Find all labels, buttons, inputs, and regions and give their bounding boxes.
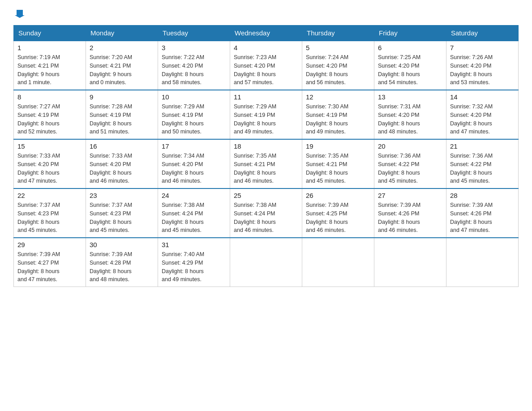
week-row-3: 15Sunrise: 7:33 AMSunset: 4:20 PMDayligh…: [14, 139, 519, 188]
day-number: 27: [378, 192, 442, 199]
day-info: Sunrise: 7:38 AMSunset: 4:24 PMDaylight:…: [162, 201, 226, 235]
day-info: Sunrise: 7:39 AMSunset: 4:26 PMDaylight:…: [450, 201, 515, 235]
calendar-cell: 28Sunrise: 7:39 AMSunset: 4:26 PMDayligh…: [446, 188, 519, 238]
weekday-header-saturday: Saturday: [446, 26, 519, 41]
calendar-cell: 11Sunrise: 7:29 AMSunset: 4:19 PMDayligh…: [230, 90, 302, 139]
calendar-cell: [374, 238, 446, 287]
day-number: 14: [450, 93, 515, 101]
day-info: Sunrise: 7:40 AMSunset: 4:29 PMDaylight:…: [162, 250, 226, 284]
calendar-table: SundayMondayTuesdayWednesdayThursdayFrid…: [13, 25, 519, 287]
day-number: 29: [17, 241, 82, 248]
day-info: Sunrise: 7:36 AMSunset: 4:22 PMDaylight:…: [450, 152, 515, 185]
calendar-cell: 27Sunrise: 7:39 AMSunset: 4:26 PMDayligh…: [374, 188, 446, 238]
weekday-header-row: SundayMondayTuesdayWednesdayThursdayFrid…: [14, 26, 519, 41]
calendar-cell: [302, 238, 374, 287]
day-number: 16: [90, 142, 154, 150]
day-info: Sunrise: 7:26 AMSunset: 4:20 PMDaylight:…: [450, 53, 515, 87]
calendar-cell: 3Sunrise: 7:22 AMSunset: 4:20 PMDaylight…: [158, 41, 230, 90]
calendar-cell: 23Sunrise: 7:37 AMSunset: 4:23 PMDayligh…: [86, 188, 158, 238]
week-row-4: 22Sunrise: 7:37 AMSunset: 4:23 PMDayligh…: [14, 188, 519, 238]
day-info: Sunrise: 7:31 AMSunset: 4:20 PMDaylight:…: [378, 103, 442, 136]
day-info: Sunrise: 7:33 AMSunset: 4:20 PMDaylight:…: [90, 152, 154, 185]
calendar-cell: 6Sunrise: 7:25 AMSunset: 4:20 PMDaylight…: [374, 41, 446, 90]
calendar-cell: 15Sunrise: 7:33 AMSunset: 4:20 PMDayligh…: [14, 139, 86, 188]
calendar-cell: 10Sunrise: 7:29 AMSunset: 4:19 PMDayligh…: [158, 90, 230, 139]
day-number: 18: [234, 142, 298, 150]
calendar-cell: 29Sunrise: 7:39 AMSunset: 4:27 PMDayligh…: [14, 238, 86, 287]
day-number: 13: [378, 93, 442, 101]
week-row-2: 8Sunrise: 7:27 AMSunset: 4:19 PMDaylight…: [14, 90, 519, 139]
day-number: 5: [306, 44, 370, 51]
day-info: Sunrise: 7:29 AMSunset: 4:19 PMDaylight:…: [234, 103, 298, 136]
svg-marker-0: [15, 10, 25, 18]
calendar-cell: 5Sunrise: 7:24 AMSunset: 4:20 PMDaylight…: [302, 41, 374, 90]
day-number: 3: [162, 44, 226, 51]
day-info: Sunrise: 7:29 AMSunset: 4:19 PMDaylight:…: [162, 103, 226, 136]
day-number: 19: [306, 142, 370, 150]
day-info: Sunrise: 7:27 AMSunset: 4:19 PMDaylight:…: [17, 103, 82, 136]
calendar-cell: 8Sunrise: 7:27 AMSunset: 4:19 PMDaylight…: [14, 90, 86, 139]
calendar-cell: 20Sunrise: 7:36 AMSunset: 4:22 PMDayligh…: [374, 139, 446, 188]
day-number: 15: [17, 142, 82, 150]
calendar-cell: 21Sunrise: 7:36 AMSunset: 4:22 PMDayligh…: [446, 139, 519, 188]
calendar-cell: 26Sunrise: 7:39 AMSunset: 4:25 PMDayligh…: [302, 188, 374, 238]
day-number: 10: [162, 93, 226, 101]
day-number: 26: [306, 192, 370, 199]
day-number: 11: [234, 93, 298, 101]
day-number: 4: [234, 44, 298, 51]
calendar-cell: 2Sunrise: 7:20 AMSunset: 4:21 PMDaylight…: [86, 41, 158, 90]
weekday-header-sunday: Sunday: [14, 26, 86, 41]
calendar-cell: 17Sunrise: 7:34 AMSunset: 4:20 PMDayligh…: [158, 139, 230, 188]
day-info: Sunrise: 7:39 AMSunset: 4:25 PMDaylight:…: [306, 201, 370, 235]
day-number: 28: [450, 192, 515, 199]
day-number: 12: [306, 93, 370, 101]
day-number: 21: [450, 142, 515, 150]
weekday-header-thursday: Thursday: [302, 26, 374, 41]
calendar-cell: [446, 238, 519, 287]
day-number: 8: [17, 93, 82, 101]
day-number: 22: [17, 192, 82, 199]
calendar-cell: 30Sunrise: 7:39 AMSunset: 4:28 PMDayligh…: [86, 238, 158, 287]
day-number: 9: [90, 93, 154, 101]
day-info: Sunrise: 7:32 AMSunset: 4:20 PMDaylight:…: [450, 103, 515, 136]
day-info: Sunrise: 7:25 AMSunset: 4:20 PMDaylight:…: [378, 53, 442, 87]
day-number: 24: [162, 192, 226, 199]
calendar-cell: 9Sunrise: 7:28 AMSunset: 4:19 PMDaylight…: [86, 90, 158, 139]
day-info: Sunrise: 7:35 AMSunset: 4:21 PMDaylight:…: [306, 152, 370, 185]
week-row-1: 1Sunrise: 7:19 AMSunset: 4:21 PMDaylight…: [14, 41, 519, 90]
day-info: Sunrise: 7:34 AMSunset: 4:20 PMDaylight:…: [162, 152, 226, 185]
calendar-cell: 7Sunrise: 7:26 AMSunset: 4:20 PMDaylight…: [446, 41, 519, 90]
day-number: 17: [162, 142, 226, 150]
calendar-cell: 24Sunrise: 7:38 AMSunset: 4:24 PMDayligh…: [158, 188, 230, 238]
week-row-5: 29Sunrise: 7:39 AMSunset: 4:27 PMDayligh…: [14, 238, 519, 287]
day-info: Sunrise: 7:39 AMSunset: 4:28 PMDaylight:…: [90, 250, 154, 284]
day-info: Sunrise: 7:22 AMSunset: 4:20 PMDaylight:…: [162, 53, 226, 87]
day-info: Sunrise: 7:33 AMSunset: 4:20 PMDaylight:…: [17, 152, 82, 185]
calendar-cell: [230, 238, 302, 287]
calendar-cell: 4Sunrise: 7:23 AMSunset: 4:20 PMDaylight…: [230, 41, 302, 90]
calendar-cell: 22Sunrise: 7:37 AMSunset: 4:23 PMDayligh…: [14, 188, 86, 238]
day-number: 23: [90, 192, 154, 199]
day-number: 20: [378, 142, 442, 150]
weekday-header-tuesday: Tuesday: [158, 26, 230, 41]
calendar-cell: 19Sunrise: 7:35 AMSunset: 4:21 PMDayligh…: [302, 139, 374, 188]
day-number: 7: [450, 44, 515, 51]
day-info: Sunrise: 7:24 AMSunset: 4:20 PMDaylight:…: [306, 53, 370, 87]
calendar-cell: 25Sunrise: 7:38 AMSunset: 4:24 PMDayligh…: [230, 188, 302, 238]
weekday-header-friday: Friday: [374, 26, 446, 41]
day-info: Sunrise: 7:35 AMSunset: 4:21 PMDaylight:…: [234, 152, 298, 185]
day-info: Sunrise: 7:20 AMSunset: 4:21 PMDaylight:…: [90, 53, 154, 87]
day-info: Sunrise: 7:38 AMSunset: 4:24 PMDaylight:…: [234, 201, 298, 235]
day-number: 25: [234, 192, 298, 199]
calendar-cell: 16Sunrise: 7:33 AMSunset: 4:20 PMDayligh…: [86, 139, 158, 188]
day-number: 1: [17, 44, 82, 51]
day-number: 6: [378, 44, 442, 51]
day-number: 2: [90, 44, 154, 51]
day-info: Sunrise: 7:23 AMSunset: 4:20 PMDaylight:…: [234, 53, 298, 87]
weekday-header-wednesday: Wednesday: [230, 26, 302, 41]
day-info: Sunrise: 7:19 AMSunset: 4:21 PMDaylight:…: [17, 53, 82, 87]
day-info: Sunrise: 7:37 AMSunset: 4:23 PMDaylight:…: [17, 201, 82, 235]
calendar-cell: 18Sunrise: 7:35 AMSunset: 4:21 PMDayligh…: [230, 139, 302, 188]
day-info: Sunrise: 7:37 AMSunset: 4:23 PMDaylight:…: [90, 201, 154, 235]
calendar-cell: 31Sunrise: 7:40 AMSunset: 4:29 PMDayligh…: [158, 238, 230, 287]
